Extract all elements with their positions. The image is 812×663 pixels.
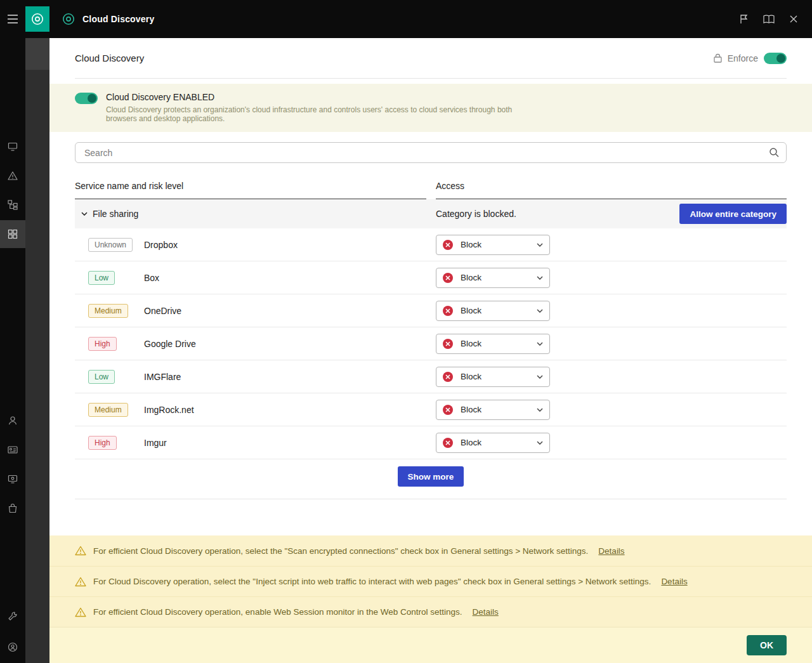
access-value: Block bbox=[461, 306, 481, 315]
ok-button[interactable]: OK bbox=[747, 635, 787, 655]
close-icon[interactable] bbox=[787, 12, 801, 26]
show-more-button[interactable]: Show more bbox=[398, 466, 464, 487]
flag-icon[interactable] bbox=[736, 11, 751, 27]
risk-badge: Unknown bbox=[88, 238, 133, 252]
page-header: Cloud Discovery Enforce bbox=[75, 38, 787, 79]
content-area: Cloud Discovery Enforce Cloud Discovery … bbox=[49, 38, 812, 663]
table-row: Medium ImgRock.net Block bbox=[75, 393, 787, 426]
chevron-down-icon bbox=[81, 212, 88, 216]
menu-icon[interactable] bbox=[0, 0, 25, 38]
cloud-discovery-toggle[interactable] bbox=[75, 93, 98, 104]
panel-scrollbar-thumb[interactable] bbox=[25, 38, 49, 70]
app-logo-icon bbox=[31, 13, 44, 25]
service-name: OneDrive bbox=[144, 306, 181, 316]
rail-group-top bbox=[0, 133, 25, 248]
dashboard-icon[interactable] bbox=[0, 133, 25, 161]
block-icon bbox=[443, 339, 453, 349]
profile-icon[interactable] bbox=[0, 633, 25, 661]
access-value: Block bbox=[461, 405, 481, 414]
service-name: Dropbox bbox=[144, 240, 178, 250]
users-icon[interactable] bbox=[0, 407, 25, 435]
access-dropdown[interactable]: Block bbox=[436, 235, 550, 255]
window-title: Cloud Discovery bbox=[82, 14, 154, 24]
warning-icon bbox=[75, 546, 86, 556]
enabled-banner: Cloud Discovery ENABLED Cloud Discovery … bbox=[49, 84, 812, 132]
access-value: Block bbox=[461, 339, 481, 348]
service-name: Google Drive bbox=[144, 339, 196, 349]
enforce-toggle[interactable] bbox=[764, 53, 787, 64]
marketplace-icon[interactable] bbox=[0, 494, 25, 522]
details-link[interactable]: Details bbox=[598, 546, 624, 556]
table-row: High Google Drive Block bbox=[75, 327, 787, 360]
access-dropdown[interactable]: Block bbox=[436, 433, 550, 453]
search-bar bbox=[75, 142, 787, 163]
warning-text: For efficient Cloud Discovery operation,… bbox=[93, 607, 462, 617]
category-name: File sharing bbox=[93, 209, 138, 219]
table-row: Low IMGFlare Block bbox=[75, 360, 787, 393]
search-input[interactable] bbox=[75, 142, 787, 163]
access-value: Block bbox=[461, 372, 481, 381]
table-header: Service name and risk level Access bbox=[75, 172, 787, 199]
app-logo-tile[interactable] bbox=[25, 6, 49, 32]
block-icon bbox=[443, 273, 453, 283]
warning-text: For Cloud Discovery operation, select th… bbox=[93, 577, 651, 586]
block-icon bbox=[443, 405, 453, 415]
access-dropdown[interactable]: Block bbox=[436, 334, 550, 354]
access-dropdown[interactable]: Block bbox=[436, 301, 550, 321]
block-icon bbox=[443, 306, 453, 316]
enabled-banner-title: Cloud Discovery ENABLED bbox=[106, 92, 515, 102]
search-icon bbox=[769, 147, 779, 157]
table-row: Unknown Dropbox Block bbox=[75, 228, 787, 261]
id-card-icon[interactable] bbox=[0, 436, 25, 464]
services-table: Service name and risk level Access File … bbox=[75, 172, 787, 499]
enabled-banner-text: Cloud Discovery ENABLED Cloud Discovery … bbox=[106, 92, 515, 123]
access-value: Block bbox=[461, 438, 481, 447]
bottom-section: For efficient Cloud Discovery operation,… bbox=[49, 535, 812, 663]
enforce-control: Enforce bbox=[714, 53, 787, 64]
access-dropdown[interactable]: Block bbox=[436, 268, 550, 288]
column-header-access: Access bbox=[436, 172, 787, 199]
block-icon bbox=[443, 240, 453, 250]
secondary-rail bbox=[25, 0, 49, 663]
access-dropdown[interactable]: Block bbox=[436, 367, 550, 387]
details-link[interactable]: Details bbox=[661, 577, 687, 586]
window-titlebar: Cloud Discovery bbox=[49, 0, 812, 38]
category-row[interactable]: File sharing Category is blocked. Allow … bbox=[75, 199, 787, 228]
tools-icon[interactable] bbox=[0, 602, 25, 630]
main-panel: Cloud Discovery Cloud Discovery Enforce bbox=[49, 0, 812, 663]
warning-text: For efficient Cloud Discovery operation,… bbox=[93, 546, 588, 556]
secondary-rail-top bbox=[25, 0, 49, 38]
warning-banner: For efficient Cloud Discovery operation,… bbox=[49, 535, 812, 566]
warning-icon bbox=[75, 577, 86, 587]
table-row: High Imgur Block bbox=[75, 426, 787, 459]
access-value: Block bbox=[461, 240, 481, 249]
chevron-down-icon bbox=[537, 408, 543, 412]
enabled-banner-description: Cloud Discovery protects an organization… bbox=[106, 105, 515, 123]
alerts-icon[interactable] bbox=[0, 162, 25, 190]
block-icon bbox=[443, 438, 453, 448]
access-value: Block bbox=[461, 273, 481, 282]
hierarchy-icon[interactable] bbox=[0, 191, 25, 219]
service-name: ImgRock.net bbox=[144, 405, 194, 415]
risk-badge: Low bbox=[88, 271, 115, 285]
dialog-footer: OK bbox=[49, 627, 812, 663]
chevron-down-icon bbox=[537, 309, 543, 313]
table-row: Medium OneDrive Block bbox=[75, 294, 787, 327]
app-window: Cloud Discovery Cloud Discovery Enforce bbox=[0, 0, 812, 663]
rail-group-bottom bbox=[0, 602, 25, 661]
service-name: IMGFlare bbox=[144, 372, 181, 382]
left-rail bbox=[0, 0, 25, 663]
risk-badge: Medium bbox=[88, 304, 128, 318]
apps-grid-icon[interactable] bbox=[0, 220, 25, 248]
access-dropdown[interactable]: Block bbox=[436, 400, 550, 420]
allow-entire-category-button[interactable]: Allow entire category bbox=[679, 204, 787, 224]
service-name: Box bbox=[144, 273, 159, 283]
service-name: Imgur bbox=[144, 438, 167, 448]
manual-icon[interactable] bbox=[760, 11, 778, 27]
details-link[interactable]: Details bbox=[473, 607, 499, 617]
warning-banner: For Cloud Discovery operation, select th… bbox=[49, 566, 812, 596]
chevron-down-icon bbox=[537, 375, 543, 379]
workstation-icon[interactable] bbox=[0, 465, 25, 493]
warning-banner: For efficient Cloud Discovery operation,… bbox=[49, 596, 812, 627]
risk-badge: High bbox=[88, 436, 117, 450]
